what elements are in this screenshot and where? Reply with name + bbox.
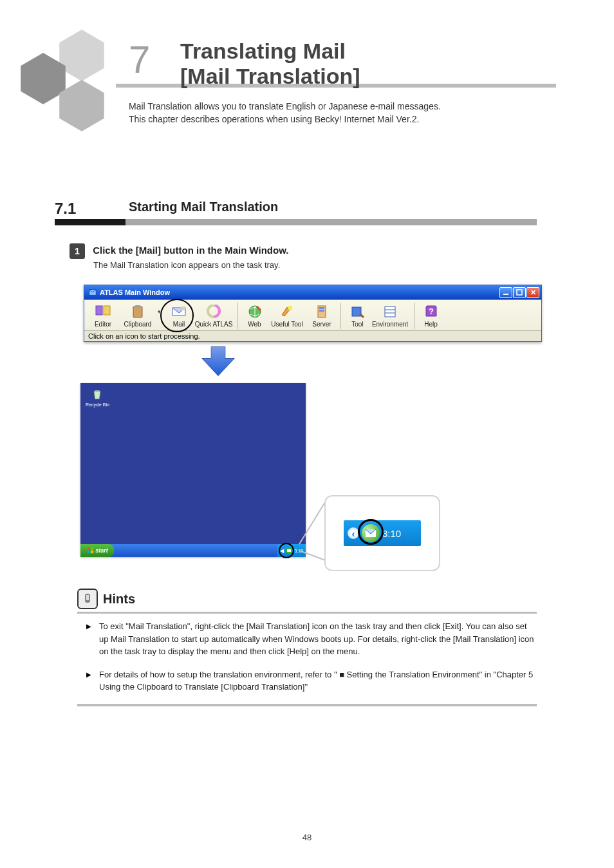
step-number-badge: 1	[70, 243, 85, 259]
toolbar-tool[interactable]: Tool	[340, 303, 370, 329]
usefultool-icon	[279, 305, 295, 319]
windows-logo-icon	[88, 547, 94, 554]
svg-marker-2	[59, 80, 104, 131]
toolbar-clipboard[interactable]: Clipboard	[118, 303, 158, 329]
svg-rect-3	[503, 294, 508, 295]
svg-rect-6	[104, 306, 110, 315]
minimize-button[interactable]	[499, 287, 512, 298]
start-button[interactable]: start	[80, 544, 114, 557]
window-titlebar[interactable]: ATLAS Main Window ✕	[84, 285, 541, 299]
chapter-number: 7	[129, 37, 151, 82]
section-number: 7.1	[55, 200, 76, 218]
mail-icon	[171, 305, 187, 318]
svg-rect-32	[86, 595, 89, 600]
hints-box: Hints To exit "Mail Translation", right-…	[77, 589, 537, 706]
window-title: ATLAS Main Window	[100, 288, 499, 296]
toolbar-help[interactable]: ? Help	[414, 303, 443, 329]
maximize-button[interactable]	[513, 287, 526, 298]
toolbar-mail[interactable]: Mail	[164, 303, 194, 329]
toolbar-server[interactable]: Server	[307, 303, 337, 329]
step-text: Click the [Mail] button in the Main Wind…	[93, 243, 528, 258]
step-followup: The Mail Translation icon appears on the…	[93, 260, 280, 270]
svg-line-28	[299, 502, 325, 544]
quickatlas-icon	[206, 305, 221, 319]
tray-zoom-inset: ‹ 3:10	[324, 495, 440, 571]
dropdown-arrow-icon[interactable]: ▾	[158, 308, 164, 324]
atlas-statusbar: Click on an icon to start processing.	[84, 330, 541, 341]
svg-rect-24	[88, 551, 90, 553]
step-1: 1 Click the [Mail] button in the Main Wi…	[70, 243, 530, 259]
toolbar-environment[interactable]: Environment	[370, 303, 410, 329]
toolbar-editor[interactable]: Editor	[88, 303, 118, 329]
atlas-main-window: ATLAS Main Window ✕ Editor Clipboard ▾ M…	[84, 285, 542, 342]
environment-icon	[383, 305, 397, 319]
toolbar-usefultool[interactable]: Useful Tool	[267, 303, 307, 329]
down-arrow-icon	[201, 346, 236, 376]
svg-rect-4	[517, 290, 522, 295]
section-rule	[55, 219, 537, 225]
section-title: Starting Mail Translation	[129, 200, 278, 214]
svg-rect-16	[319, 310, 324, 312]
server-icon	[315, 305, 328, 319]
chapter-title: Translating Mail [Mail Translation]	[180, 39, 360, 89]
atlas-app-icon	[88, 288, 97, 297]
svg-rect-18	[385, 307, 395, 317]
svg-marker-0	[59, 30, 104, 81]
svg-rect-25	[91, 551, 93, 553]
hints-footer-rule	[77, 704, 537, 706]
hint-item: For details of how to setup the translat…	[89, 668, 534, 693]
tray-highlight-circle	[279, 543, 294, 558]
svg-line-29	[299, 551, 325, 560]
atlas-toolbar: Editor Clipboard ▾ Mail Quick ATLAS Web …	[84, 299, 541, 330]
svg-rect-7	[133, 307, 142, 317]
hints-heading: Hints	[103, 592, 135, 607]
desktop-screenshot: Recycle Bin start ◀ 3:10	[80, 383, 306, 557]
hints-icon	[77, 589, 98, 609]
page-number: 48	[0, 833, 614, 842]
svg-text:?: ?	[429, 307, 434, 316]
svg-rect-15	[319, 307, 324, 309]
help-icon: ?	[424, 305, 438, 319]
tray-clock: 3:10	[382, 528, 401, 539]
taskbar: start ◀ 3:10	[80, 544, 306, 557]
editor-icon	[95, 305, 111, 319]
chapter-subtitle: Mail Translation allows you to translate…	[129, 100, 541, 126]
close-button[interactable]: ✕	[526, 287, 539, 298]
clipboard-icon	[131, 305, 145, 319]
hexagon-decor	[59, 80, 104, 131]
svg-rect-5	[96, 306, 102, 315]
web-icon	[248, 305, 262, 319]
tray-zoom-highlight-circle	[358, 519, 384, 545]
toolbar-quickatlas[interactable]: Quick ATLAS	[194, 303, 234, 329]
tool-icon	[351, 305, 365, 319]
svg-rect-22	[88, 547, 90, 550]
svg-rect-13	[288, 306, 292, 310]
hexagon-decor	[59, 30, 104, 81]
recycle-bin-icon[interactable]: Recycle Bin	[86, 388, 109, 407]
svg-rect-23	[91, 547, 93, 550]
svg-rect-8	[135, 305, 140, 308]
toolbar-web[interactable]: Web	[237, 303, 267, 329]
hint-item: To exit "Mail Translation", right-click …	[89, 620, 534, 658]
